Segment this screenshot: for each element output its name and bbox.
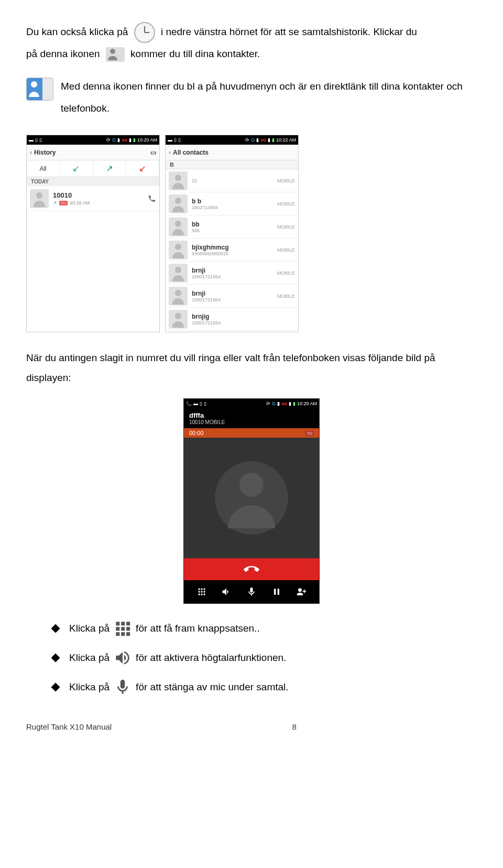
contact-name: bb [192,221,275,228]
header-title: History [34,149,56,156]
speaker-icon [114,649,132,667]
bullet-speaker: Klicka på för att aktivera högtalarfunkt… [52,649,477,667]
sim-badge: CU [59,201,68,205]
status-bar: 📞▬▯▯ ⟳G▮3G▮▮10:29 AM [184,399,319,408]
contact-type: MOBILE [277,178,295,183]
letter-header: B [166,160,298,169]
call-sub: ↗ CU 10:16 AM [53,200,148,205]
header-title: All contacts [173,149,209,156]
call-icon[interactable] [148,194,156,203]
contact-row[interactable]: bb 586 MOBILE [166,215,298,238]
svg-rect-15 [116,627,119,631]
svg-point-0 [198,589,200,590]
filter-icon[interactable]: ▭ [150,149,156,156]
bullet-icon [51,654,60,663]
contact-row[interactable]: brnji 15801721954 MOBILE [166,285,298,308]
dialpad-icon[interactable] [196,587,207,597]
contact-row[interactable]: 22 MOBILE [166,169,298,192]
clock-icon [134,22,155,43]
svg-point-7 [201,594,202,595]
contact-type: MOBILE [277,224,295,230]
contact-row[interactable]: b b 2802714884 MOBILE [166,192,298,215]
svg-rect-18 [116,632,119,636]
contact-name: brnji [192,290,275,297]
paragraph-1: Du kan också klicka på i nedre vänstra h… [26,21,477,65]
text: Med denna ikonen finner du bl a på huvud… [61,81,463,114]
svg-point-4 [201,591,202,593]
bullet-icon [51,683,60,692]
avatar-icon [169,264,188,283]
caller-number: 10010 MOBILE [189,419,314,425]
contact-row[interactable]: brnjig 15801721954 [166,308,298,331]
text: kommer du till dina kontakter. [130,48,260,59]
text: i nedre vänstra hörnet för att se samtal… [161,26,417,37]
contact-row[interactable]: brnji 15801721954 MOBILE [166,262,298,285]
status-bar: ▬▯▯ ⟳G▮3G▮▮10:22 AM [166,135,298,145]
svg-rect-9 [274,589,276,595]
tab-outgoing[interactable] [93,160,126,177]
svg-point-2 [203,589,205,590]
footer-title: Rugtel Tank X10 Manual [26,722,112,731]
speaker-icon[interactable] [221,587,232,597]
svg-rect-19 [121,632,125,636]
contact-name: brnjig [192,313,293,320]
bullet-dialpad: Klicka på för att få fram knappsatsen.. [52,620,477,637]
contact-number: 15801721954 [192,274,275,279]
paragraph-2: Med denna ikonen finner du bl a på huvud… [26,75,477,120]
section-today: TODAY [27,177,159,186]
caller-name: dfffa [189,411,314,419]
dialpad-icon [114,620,132,637]
call-timer-bar: 00:00 CU [184,428,319,438]
contact-number: 22 [192,178,275,183]
call-header: dfffa 10010 MOBILE [184,408,319,428]
contact-type: MOBILE [277,201,295,207]
contact-number: 68089660855525 [192,251,275,256]
tab-all[interactable]: All [27,160,60,177]
contact-number: 2802714884 [192,205,275,210]
back-icon[interactable]: ‹ [30,149,32,156]
svg-rect-13 [121,622,125,626]
page-footer: Rugtel Tank X10 Manual 8 [26,722,477,731]
svg-point-5 [203,591,205,593]
screenshot-history: ▬▯▯ ⟳G▮3G▮▮10:20 AM ‹History ▭ All TODAY… [26,135,160,332]
contact-number: 15801721954 [192,320,293,326]
contact-type: MOBILE [277,247,295,253]
add-person-icon[interactable] [296,587,307,597]
contact-type: MOBILE [277,270,295,276]
contact-name: bjixghmmcg [192,244,275,251]
svg-rect-10 [277,589,279,595]
svg-rect-14 [126,622,130,626]
contact-number: 15801721954 [192,297,275,302]
contact-name: b b [192,198,275,205]
call-timer: 00:00 [189,430,204,436]
hangup-button[interactable] [184,558,319,580]
call-name: 10010 [53,191,148,199]
back-icon[interactable]: ‹ [169,149,171,156]
phonebook-icon [26,78,53,101]
mute-mic-icon [114,678,132,696]
tab-missed[interactable] [126,160,159,177]
screen-header: ‹History ▭ [27,145,159,160]
screenshots-row: ▬▯▯ ⟳G▮3G▮▮10:20 AM ‹History ▭ All TODAY… [26,135,477,332]
pause-icon[interactable] [271,587,282,597]
svg-rect-17 [126,627,130,631]
sim-badge: CU [305,431,314,436]
contact-number: 586 [192,228,275,233]
avatar-icon [169,287,188,306]
page-number: 8 [292,722,296,731]
screen-header: ‹All contacts [166,145,298,160]
paragraph-3: När du antingen slagit in numret du vill… [26,348,477,388]
screenshot-call: 📞▬▯▯ ⟳G▮3G▮▮10:29 AM dfffa 10010 MOBILE … [183,398,320,604]
svg-rect-12 [116,622,119,626]
mute-icon[interactable] [246,587,257,597]
contact-row[interactable]: bjixghmmcg 68089660855525 MOBILE [166,238,298,262]
avatar-icon [169,171,188,190]
status-bar: ▬▯▯ ⟳G▮3G▮▮10:20 AM [27,135,159,145]
bullet-mute: Klicka på för att stänga av mic under sa… [52,678,477,696]
caller-avatar [184,438,319,558]
tab-incoming[interactable] [60,160,93,177]
screenshot-contacts: ▬▯▯ ⟳G▮3G▮▮10:22 AM ‹All contacts B 22 M… [165,135,299,332]
contact-type: MOBILE [277,294,295,299]
call-row[interactable]: 10010 ↗ CU 10:16 AM [27,186,159,211]
svg-point-8 [203,594,205,595]
